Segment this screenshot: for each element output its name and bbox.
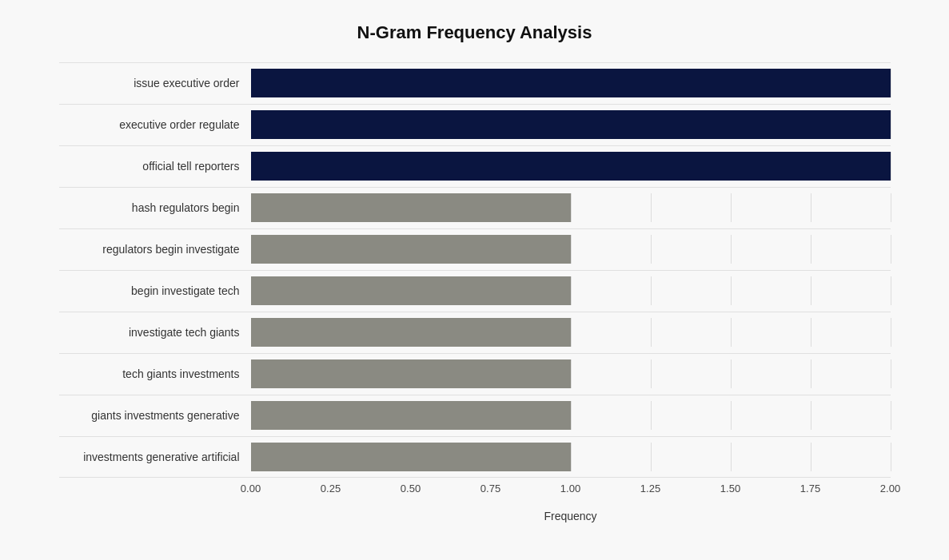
bar-track [251,69,891,97]
bar-label: begin investigate tech [59,284,251,297]
bar-fill [251,401,571,430]
grid-line [731,193,732,222]
bar-label: hash regulators begin [59,201,251,214]
grid-line [651,235,652,264]
grid-line [891,110,891,139]
bar-label: regulators begin investigate [59,243,251,256]
chart-container: N-Gram Frequency Analysis issue executiv… [35,6,915,554]
grid-line [571,276,572,305]
grid-line [731,401,732,430]
x-tick: 0.50 [401,483,421,494]
bar-fill [251,69,891,97]
grid-line [571,193,572,222]
grid-line [891,193,891,222]
x-tick: 1.25 [640,483,660,494]
grid-line [651,359,652,388]
bar-row: issue executive order [59,62,891,104]
bar-row: regulators begin investigate [59,228,891,270]
grid-line [891,235,891,264]
x-tick: 1.00 [560,483,580,494]
bar-label: investigate tech giants [59,326,251,339]
grid-line [651,276,652,305]
grid-line [891,443,891,471]
bar-track [251,318,891,347]
grid-line [731,359,732,388]
bar-row: hash regulators begin [59,187,891,228]
bar-track [251,110,891,139]
bar-fill [251,318,571,347]
bar-row: begin investigate tech [59,270,891,312]
grid-line [571,318,572,347]
bar-row: investments generative artificial [59,436,891,478]
x-axis-ticks: 0.000.250.500.751.001.251.501.752.00 [251,483,891,506]
grid-line [891,69,891,97]
bar-track [251,193,891,222]
bar-label: investments generative artificial [59,451,251,463]
x-tick: 0.25 [321,483,341,494]
grid-line [811,235,811,264]
bar-row: giants investments generative [59,395,891,436]
bar-track [251,152,891,181]
bar-row: investigate tech giants [59,312,891,353]
grid-line [891,276,891,305]
bar-fill [251,443,571,471]
grid-line [731,443,732,471]
x-axis: 0.000.250.500.751.001.251.501.752.00 [59,483,891,506]
bar-fill [251,152,891,181]
grid-line [731,318,732,347]
grid-line [811,193,811,222]
x-tick: 0.75 [480,483,500,494]
grid-line [651,401,652,430]
bar-fill [251,110,891,139]
bar-row: executive order regulate [59,104,891,145]
bar-track [251,443,891,471]
grid-line [571,359,572,388]
grid-line [731,276,732,305]
grid-line [811,276,811,305]
x-tick: 2.00 [880,483,900,494]
grid-line [571,235,572,264]
grid-line [811,318,811,347]
grid-line [651,318,652,347]
grid-line [811,401,811,430]
grid-line [891,359,891,388]
bar-row: official tell reporters [59,145,891,187]
grid-line [811,359,811,388]
bar-track [251,276,891,305]
bar-track [251,359,891,388]
x-axis-label: Frequency [59,510,891,522]
bar-label: official tell reporters [59,160,251,173]
bar-track [251,235,891,264]
bar-label: giants investments generative [59,409,251,422]
bar-label: tech giants investments [59,367,251,380]
bar-label: executive order regulate [59,118,251,131]
x-tick: 1.75 [800,483,820,494]
bar-row: tech giants investments [59,353,891,395]
grid-line [571,443,572,471]
grid-line [571,401,572,430]
bar-fill [251,359,571,388]
bar-track [251,401,891,430]
grid-line [811,443,811,471]
x-tick: 1.50 [720,483,740,494]
grid-line [891,318,891,347]
grid-line [731,235,732,264]
grid-line [651,443,652,471]
grid-line [891,401,891,430]
bar-label: issue executive order [59,77,251,89]
bar-fill [251,235,571,264]
bar-fill [251,276,571,305]
grid-line [891,152,891,181]
chart-area: issue executive orderexecutive order reg… [59,62,891,478]
chart-title: N-Gram Frequency Analysis [59,22,891,43]
grid-line [651,193,652,222]
x-tick: 0.00 [241,483,261,494]
bar-fill [251,193,571,222]
